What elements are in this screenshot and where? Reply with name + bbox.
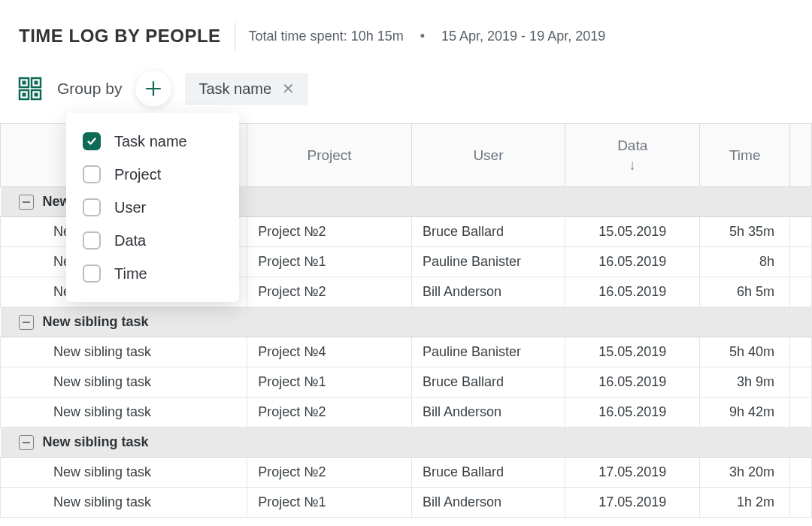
- svg-rect-3: [35, 81, 38, 85]
- dropdown-option[interactable]: Data: [66, 224, 239, 257]
- checkbox[interactable]: [83, 165, 101, 183]
- svg-rect-5: [23, 93, 26, 97]
- dropdown-option-label: Data: [114, 232, 146, 249]
- svg-rect-7: [35, 93, 38, 97]
- checkbox[interactable]: [83, 198, 101, 216]
- plus-icon: [144, 80, 162, 98]
- cell-time: 5h 40m: [700, 337, 790, 367]
- cell-data: 16.05.2019: [565, 367, 700, 398]
- cell-tail: [790, 398, 812, 428]
- svg-rect-1: [23, 81, 26, 85]
- minus-icon: [23, 201, 30, 203]
- cell-data: 17.05.2019: [565, 458, 700, 488]
- column-header-tail: [790, 124, 812, 187]
- grid-icon[interactable]: [17, 75, 44, 102]
- dot-separator: •: [420, 29, 425, 44]
- minus-icon: [23, 322, 30, 323]
- cell-time: 3h 20m: [700, 458, 790, 488]
- table-row[interactable]: New sibling taskProject №2Bill Anderson1…: [1, 398, 812, 428]
- table-row[interactable]: New sibling taskProject №1Bill Anderson1…: [1, 488, 812, 518]
- cell-data: 15.05.2019: [565, 337, 700, 367]
- dropdown-option-label: User: [114, 199, 146, 216]
- cell-tail: [790, 277, 812, 307]
- table-row[interactable]: New sibling taskProject №4Pauline Banist…: [1, 337, 812, 367]
- checkbox[interactable]: [83, 231, 101, 249]
- minus-icon: [23, 442, 30, 443]
- divider: [235, 23, 235, 50]
- cell-user: Bruce Ballard: [411, 217, 565, 247]
- cell-project: Project №1: [247, 488, 412, 518]
- cell-data: 16.05.2019: [565, 247, 700, 277]
- cell-project: Project №2: [247, 217, 412, 247]
- cell-data: 17.05.2019: [565, 488, 700, 518]
- cell-project: Project №1: [247, 367, 412, 398]
- collapse-toggle[interactable]: [19, 435, 34, 450]
- dropdown-option-label: Time: [114, 265, 147, 283]
- cell-user: Bruce Ballard: [411, 367, 565, 398]
- group-label: New sibling task: [43, 314, 149, 329]
- header: TIME LOG BY PEOPLE Total time spent: 10h…: [0, 0, 812, 71]
- dropdown-option[interactable]: Project: [66, 158, 239, 191]
- cell-tail: [790, 458, 812, 488]
- cell-user: Bill Anderson: [411, 398, 565, 428]
- cell-tail: [790, 247, 812, 277]
- chip-label: Task name: [198, 80, 271, 98]
- cell-data: 15.05.2019: [565, 217, 700, 247]
- dropdown-option[interactable]: Task name: [66, 125, 239, 158]
- cell-task: New sibling task: [1, 337, 247, 367]
- page-title: TIME LOG BY PEOPLE: [19, 26, 221, 47]
- cell-time: 8h: [700, 247, 790, 277]
- toolbar: Group by Task name ✕ Task nameProjectUse…: [0, 71, 812, 123]
- cell-tail: [790, 337, 812, 367]
- cell-time: 9h 42m: [700, 398, 790, 428]
- cell-project: Project №1: [247, 247, 412, 277]
- cell-user: Bill Anderson: [411, 277, 565, 307]
- cell-tail: [790, 217, 812, 247]
- cell-user: Bruce Ballard: [411, 458, 565, 488]
- cell-time: 6h 5m: [700, 277, 790, 307]
- group-row[interactable]: New sibling task: [1, 428, 812, 458]
- date-range: 15 Apr, 2019 - 19 Apr, 2019: [441, 29, 605, 44]
- cell-project: Project №4: [247, 337, 412, 367]
- group-by-label: Group by: [57, 80, 122, 98]
- cell-time: 5h 35m: [700, 217, 790, 247]
- checkbox[interactable]: [83, 132, 101, 150]
- group-label: New sibling task: [43, 434, 149, 449]
- cell-task: New sibling task: [1, 488, 247, 518]
- collapse-toggle[interactable]: [19, 315, 34, 330]
- group-chip[interactable]: Task name ✕: [185, 73, 308, 105]
- cell-project: Project №2: [247, 277, 412, 307]
- cell-data: 16.05.2019: [565, 398, 700, 428]
- column-header-time[interactable]: Time: [700, 124, 790, 187]
- cell-user: Pauline Banister: [411, 247, 565, 277]
- column-header-project[interactable]: Project: [247, 124, 412, 187]
- checkbox[interactable]: [83, 265, 101, 283]
- cell-task: New sibling task: [1, 458, 247, 488]
- group-by-dropdown[interactable]: Task nameProjectUserDataTime: [66, 113, 239, 302]
- dropdown-option-label: Task name: [114, 133, 187, 150]
- cell-task: New sibling task: [1, 367, 247, 398]
- column-header-user[interactable]: User: [411, 124, 565, 187]
- add-group-button[interactable]: [135, 71, 171, 107]
- cell-project: Project №2: [247, 398, 412, 428]
- dropdown-option-label: Project: [114, 166, 161, 183]
- sort-arrow-down-icon: ↓: [629, 157, 636, 174]
- cell-task: New sibling task: [1, 398, 247, 428]
- table-row[interactable]: New sibling taskProject №1Bruce Ballard1…: [1, 367, 812, 398]
- cell-tail: [790, 488, 812, 518]
- cell-time: 3h 9m: [700, 367, 790, 398]
- total-time: Total time spent: 10h 15m: [249, 29, 404, 44]
- cell-project: Project №2: [247, 458, 412, 488]
- cell-tail: [790, 367, 812, 398]
- collapse-toggle[interactable]: [19, 195, 34, 210]
- table-row[interactable]: New sibling taskProject №2Bruce Ballard1…: [1, 458, 812, 488]
- cell-data: 16.05.2019: [565, 277, 700, 307]
- group-row[interactable]: New sibling task: [1, 307, 812, 337]
- cell-time: 1h 2m: [700, 488, 790, 518]
- column-header-data[interactable]: Data↓: [565, 124, 700, 187]
- close-icon[interactable]: ✕: [282, 81, 295, 96]
- cell-user: Pauline Banister: [411, 337, 565, 367]
- dropdown-option[interactable]: Time: [66, 257, 239, 290]
- cell-user: Bill Anderson: [411, 488, 565, 518]
- dropdown-option[interactable]: User: [66, 191, 239, 224]
